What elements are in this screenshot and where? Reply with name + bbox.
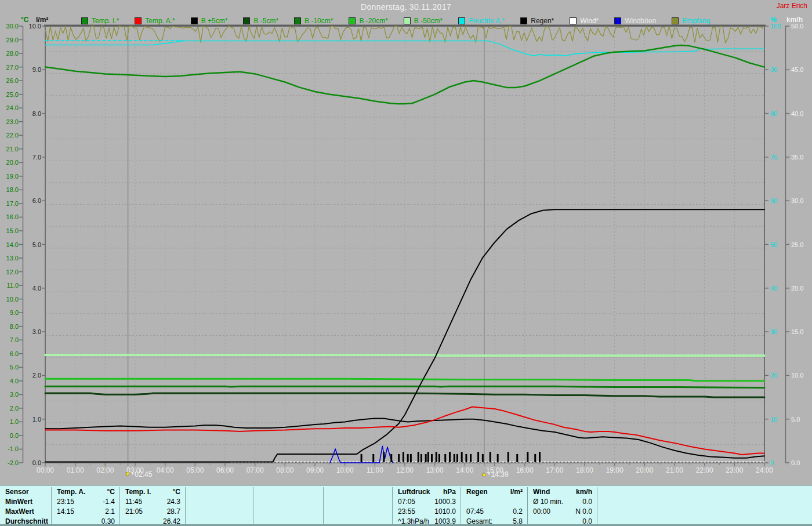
cell-time: 21:05 bbox=[125, 507, 143, 516]
time-marker-1439: ▲◖14:39 bbox=[481, 471, 509, 478]
cell-time: Gesamt: bbox=[466, 517, 492, 525]
row-label: Durchschnitt bbox=[5, 517, 48, 525]
cell-time: 23:15 bbox=[57, 498, 74, 506]
temp-axis-label: 3.0 bbox=[10, 391, 19, 398]
time-label: 13:00 bbox=[426, 466, 444, 474]
pct-axis-label: 0 bbox=[770, 459, 774, 466]
temp-axis-label: 18.0 bbox=[6, 186, 19, 193]
kmh-axis-label: 20.0 bbox=[791, 285, 803, 292]
rain-axis-label: 2.0 bbox=[32, 372, 41, 379]
temp-axis-label: 8.0 bbox=[10, 323, 19, 330]
table-row bbox=[253, 517, 323, 526]
table-row bbox=[324, 487, 392, 497]
table-row: 21:0528.7 bbox=[120, 507, 185, 517]
temp-axis-label: 14.0 bbox=[6, 241, 19, 248]
table-row: Sensor bbox=[0, 487, 51, 497]
cell-value: N 0.0 bbox=[575, 507, 592, 516]
pct-axis-label: 20 bbox=[770, 372, 777, 379]
table-row bbox=[186, 487, 253, 497]
cell-time: 07:45 bbox=[466, 507, 484, 516]
pct-axis-label: 80 bbox=[770, 110, 777, 117]
cell-value: 1003.9 bbox=[434, 517, 456, 525]
column-header: Luftdruck bbox=[398, 488, 430, 496]
table-row: 07:051000.3 bbox=[393, 497, 461, 507]
temp-axis-label: 21.0 bbox=[6, 146, 19, 153]
temp-axis-label: 17.0 bbox=[6, 200, 19, 207]
kmh-axis-label: 15.0 bbox=[791, 328, 803, 335]
temp-axis-label: -2.0 bbox=[8, 459, 19, 466]
table-row: 0.0 bbox=[528, 517, 597, 526]
table-column-empty-3 bbox=[253, 487, 324, 525]
table-row: ^1.3hPa/h1003.9 bbox=[393, 517, 461, 526]
series-b-20cm-line bbox=[45, 379, 764, 381]
table-row: Temp. A.°C bbox=[52, 487, 119, 497]
row-label: Sensor bbox=[5, 488, 29, 496]
table-column-luftdruck: LuftdruckhPa07:051000.323:551010.0^1.3hP… bbox=[393, 487, 461, 525]
kmh-axis-label: 30.0 bbox=[791, 197, 803, 204]
table-row bbox=[253, 487, 323, 497]
column-unit: °C bbox=[107, 488, 115, 496]
column-header: Temp. A. bbox=[57, 488, 85, 496]
pct-axis-label: 90 bbox=[770, 66, 777, 73]
table-column-empty-8 bbox=[597, 487, 812, 525]
table-row bbox=[324, 507, 392, 517]
cell-time: 07:05 bbox=[398, 498, 415, 506]
temp-axis-label: 5.0 bbox=[10, 364, 19, 371]
rain-axis-label: 6.0 bbox=[32, 197, 41, 204]
time-label: 16:00 bbox=[516, 466, 534, 474]
temp-axis-label: 22.0 bbox=[6, 132, 19, 139]
time-label: 08:00 bbox=[276, 466, 293, 474]
table-row: 26.42 bbox=[120, 517, 185, 526]
series-empfang-line bbox=[45, 26, 764, 43]
temp-axis-label: 20.0 bbox=[6, 159, 19, 166]
cell-value: 26.42 bbox=[163, 517, 180, 525]
weather-app-screen: Donnerstag, 30.11.2017 Jarz Erich °C l/m… bbox=[0, 0, 812, 526]
table-column-temp-i-: Temp. I.°C11:4524.321:0528.726.42 bbox=[120, 487, 186, 525]
time-label: 23:00 bbox=[726, 466, 743, 474]
temp-axis-label: 11.0 bbox=[6, 282, 19, 289]
marker-glyph-icon: ◖ bbox=[488, 471, 491, 477]
cell-value: 1000.3 bbox=[434, 498, 456, 506]
cell-time: 00:00 bbox=[533, 507, 550, 516]
cell-value: 0.0 bbox=[582, 498, 592, 506]
temp-axis-label: 30.0 bbox=[6, 23, 19, 30]
table-row: Gesamt:5.8 bbox=[461, 517, 527, 526]
table-row bbox=[597, 517, 812, 526]
temp-axis-label: 2.0 bbox=[10, 405, 19, 412]
temp-axis-label: 9.0 bbox=[10, 309, 19, 316]
cell-value: 28.7 bbox=[167, 507, 180, 516]
time-label: 10:00 bbox=[336, 466, 354, 474]
table-row bbox=[253, 497, 323, 507]
column-unit: l/m² bbox=[510, 488, 523, 496]
temp-axis-label: 16.0 bbox=[6, 213, 19, 220]
column-header: Wind bbox=[533, 488, 550, 496]
kmh-axis-label: 45.0 bbox=[791, 66, 803, 73]
rain-axis-label: 5.0 bbox=[32, 241, 41, 248]
cell-value: 24.3 bbox=[167, 498, 180, 506]
temp-axis-label: 0.0 bbox=[10, 432, 19, 439]
table-column-wind: Windkm/hØ 10 min.0.000:00N 0.00.0 bbox=[528, 487, 597, 525]
table-row: Durchschnitt bbox=[0, 517, 51, 526]
column-unit: °C bbox=[173, 488, 180, 496]
pct-axis-label: 30 bbox=[770, 328, 777, 335]
rain-axis-label: 3.0 bbox=[32, 328, 41, 335]
temp-axis-label: 10.0 bbox=[6, 296, 19, 303]
marker-glyph-icon: ◖ bbox=[131, 471, 134, 477]
cell-value: 0.2 bbox=[513, 507, 523, 516]
marker-arrow-down-icon: ▼ bbox=[125, 471, 131, 477]
column-header: Temp. I. bbox=[125, 488, 151, 496]
table-column-temp-a-: Temp. A.°C23:15-1.414:152.10.30 bbox=[52, 487, 120, 525]
time-label: 02:00 bbox=[96, 466, 114, 474]
marker-time-label: 02:45 bbox=[135, 471, 152, 478]
temp-axis-label: 28.0 bbox=[6, 50, 19, 57]
cell-time: 11:45 bbox=[125, 498, 142, 506]
table-row bbox=[186, 517, 253, 526]
temp-axis-label: 23.0 bbox=[6, 118, 19, 125]
cell-value: 5.8 bbox=[513, 517, 523, 525]
pct-axis-label: 70 bbox=[770, 154, 777, 161]
table-row: 11:4524.3 bbox=[120, 497, 185, 507]
table-row: MinWert bbox=[0, 497, 51, 507]
row-label: MaxWert bbox=[5, 507, 34, 516]
cell-value: 2.1 bbox=[105, 507, 115, 516]
table-row: MaxWert bbox=[0, 507, 51, 517]
